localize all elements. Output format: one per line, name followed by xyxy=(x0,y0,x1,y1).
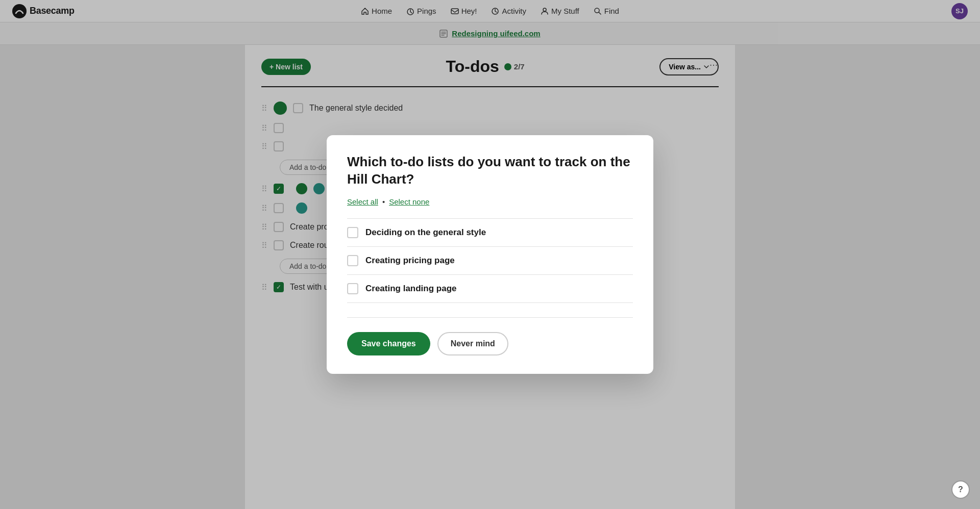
modal-overlay[interactable]: Which to-do lists do you want to track o… xyxy=(0,0,980,509)
modal-title: Which to-do lists do you want to track o… xyxy=(347,154,633,188)
save-changes-button[interactable]: Save changes xyxy=(347,332,430,355)
modal-list: Deciding on the general style Creating p… xyxy=(347,218,633,303)
select-none-link[interactable]: Select none xyxy=(389,197,429,206)
modal-separator: • xyxy=(382,197,385,206)
select-all-link[interactable]: Select all xyxy=(347,197,378,206)
help-button[interactable]: ? xyxy=(951,480,970,499)
modal-item-label-1: Deciding on the general style xyxy=(365,227,486,238)
modal-footer: Save changes Never mind xyxy=(347,317,633,355)
modal-select-links: Select all • Select none xyxy=(347,197,633,206)
list-item: Creating pricing page xyxy=(347,247,633,275)
modal-item-label-3: Creating landing page xyxy=(365,284,457,294)
list-item: Creating landing page xyxy=(347,275,633,303)
modal-checkbox-2[interactable] xyxy=(347,255,358,266)
modal-item-label-2: Creating pricing page xyxy=(365,256,455,266)
never-mind-button[interactable]: Never mind xyxy=(437,332,508,355)
modal-checkbox-3[interactable] xyxy=(347,283,358,294)
modal-checkbox-1[interactable] xyxy=(347,227,358,238)
list-item: Deciding on the general style xyxy=(347,219,633,247)
modal: Which to-do lists do you want to track o… xyxy=(327,135,653,374)
